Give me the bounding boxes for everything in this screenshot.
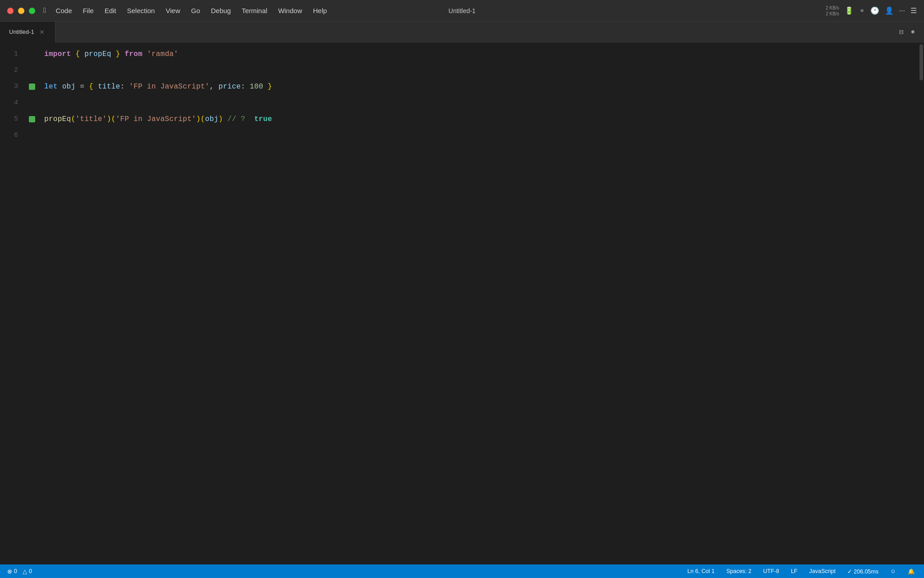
- menu-edit[interactable]: Edit: [100, 5, 121, 16]
- code-line-5: 5 propEq('title')('FP in JavaScript')(ob…: [0, 111, 919, 127]
- warning-number: 0: [29, 568, 32, 574]
- notification-icon[interactable]: 🔔: [906, 568, 917, 575]
- network-speed: 2 KB/s 2 KB/s: [826, 5, 839, 17]
- eol-type[interactable]: LF: [789, 568, 799, 574]
- window-title: Untitled-1: [448, 7, 476, 14]
- timing-info: ✓ 206.05ms: [845, 568, 880, 575]
- menu-view[interactable]: View: [161, 5, 185, 16]
- user-icon: 👤: [885, 6, 894, 15]
- code-content-5: propEq('title')('FP in JavaScript')(obj)…: [37, 111, 919, 127]
- line-number-5: 5: [0, 111, 27, 127]
- apple-icon[interactable]: : [43, 7, 48, 15]
- menu-bar:  Code File Edit Selection View Go Debug…: [43, 5, 332, 16]
- menu-code[interactable]: Code: [51, 5, 77, 16]
- vertical-scrollbar[interactable]: [919, 42, 924, 564]
- menu-debug[interactable]: Debug: [206, 5, 235, 16]
- status-left: ⊗ 0 △ 0: [7, 568, 32, 575]
- code-line-3: 3 let obj = { title: 'FP in JavaScript',…: [0, 79, 919, 95]
- unsaved-indicator: ●: [910, 28, 915, 36]
- clock-icon: 🕐: [870, 6, 879, 15]
- tabbar: Untitled-1 ✕ ⊟ ●: [0, 22, 924, 42]
- warning-icon: △: [23, 568, 27, 575]
- line-number-1: 1: [0, 46, 27, 62]
- code-content-1: import { propEq } from 'ramda': [37, 46, 919, 62]
- breakpoint-5[interactable]: [29, 116, 35, 122]
- tab-label: Untitled-1: [9, 28, 34, 35]
- close-button[interactable]: [7, 8, 14, 14]
- code-line-2: 2: [0, 62, 919, 79]
- menu-terminal[interactable]: Terminal: [237, 5, 272, 16]
- tab-actions: ⊟ ●: [899, 28, 915, 37]
- window-controls: [7, 8, 35, 14]
- encoding[interactable]: UTF-8: [761, 568, 781, 574]
- cursor-position[interactable]: Ln 6, Col 1: [685, 568, 716, 574]
- code-editor[interactable]: 1 import { propEq } from 'ramda' 2 3 let…: [0, 42, 919, 564]
- minimize-button[interactable]: [18, 8, 24, 14]
- maximize-button[interactable]: [29, 8, 35, 14]
- list-icon[interactable]: ☰: [910, 6, 917, 15]
- line-number-4: 4: [0, 95, 27, 111]
- menu-go[interactable]: Go: [186, 5, 204, 16]
- editor-tab[interactable]: Untitled-1 ✕: [0, 22, 55, 42]
- code-line-1: 1 import { propEq } from 'ramda': [0, 46, 919, 62]
- titlebar-right: 2 KB/s 2 KB/s 🔋 ⚬ 🕐 👤 ··· ☰: [826, 5, 917, 17]
- statusbar: ⊗ 0 △ 0 Ln 6, Col 1 Spaces: 2 UTF-8 LF J…: [0, 564, 924, 578]
- tab-close-button[interactable]: ✕: [38, 28, 46, 36]
- status-right: Ln 6, Col 1 Spaces: 2 UTF-8 LF JavaScrip…: [685, 568, 917, 575]
- battery-icon: 🔋: [845, 6, 854, 15]
- breakpoint-3[interactable]: [29, 84, 35, 90]
- scrollbar-thumb[interactable]: [919, 44, 923, 80]
- code-line-4: 4: [0, 95, 919, 111]
- line-number-6: 6: [0, 127, 27, 144]
- line-indicator-3: [27, 84, 37, 90]
- error-number: 0: [14, 568, 17, 574]
- menu-help[interactable]: Help: [309, 5, 332, 16]
- error-icon: ⊗: [7, 568, 12, 575]
- titlebar:  Code File Edit Selection View Go Debug…: [0, 0, 924, 22]
- split-editor-icon[interactable]: ⊟: [899, 28, 904, 37]
- code-content-3: let obj = { title: 'FP in JavaScript', p…: [37, 79, 919, 95]
- language-mode[interactable]: JavaScript: [808, 568, 837, 574]
- code-line-6: 6: [0, 127, 919, 144]
- indentation[interactable]: Spaces: 2: [725, 568, 753, 574]
- menu-selection[interactable]: Selection: [123, 5, 160, 16]
- error-count[interactable]: ⊗ 0 △ 0: [7, 568, 32, 575]
- menu-window[interactable]: Window: [273, 5, 306, 16]
- titlebar-left:  Code File Edit Selection View Go Debug…: [7, 5, 332, 16]
- line-number-2: 2: [0, 62, 27, 79]
- feedback-icon[interactable]: ☺: [888, 568, 898, 574]
- editor-container: 1 import { propEq } from 'ramda' 2 3 let…: [0, 42, 924, 564]
- more-icon[interactable]: ···: [899, 7, 905, 15]
- line-indicator-5: [27, 116, 37, 122]
- wifi-icon: ⚬: [859, 6, 865, 15]
- line-number-3: 3: [0, 79, 27, 95]
- menu-file[interactable]: File: [78, 5, 98, 16]
